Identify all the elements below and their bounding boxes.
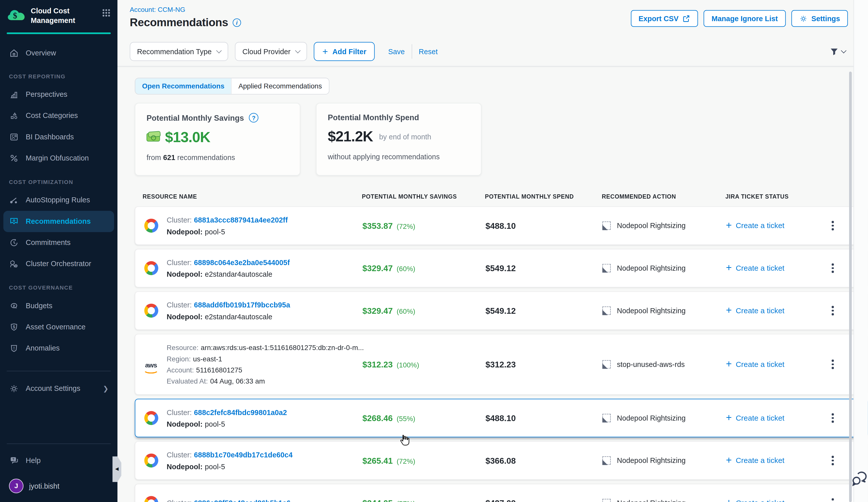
cloud-provider-icon — [144, 304, 158, 317]
save-filter-button[interactable]: Save — [388, 48, 405, 56]
sidebar-item-perspectives[interactable]: Perspectives — [3, 84, 114, 105]
tab-applied-recommendations[interactable]: Applied Recommendations — [231, 79, 329, 94]
sidebar-item-cluster-orchestrator[interactable]: Cluster Orchestrator — [3, 253, 114, 274]
resource-link[interactable]: 6881a3ccc887941a4ee202ff — [194, 216, 288, 224]
row-menu-kebab-icon[interactable] — [829, 411, 843, 425]
potential-monthly-savings-value: $353.87(72%) — [362, 220, 485, 231]
resource-line: Evaluated At:04 Aug, 06:33 am — [167, 376, 362, 387]
info-icon[interactable]: i — [232, 18, 241, 27]
section-cost-reporting: COST REPORTING — [0, 72, 117, 81]
resource-link[interactable]: 688add6fb019b17f9bccb95a — [194, 301, 290, 309]
potential-monthly-spend-value: $549.12 — [485, 306, 602, 315]
resource-name: Cluster:68898c064e3e2ba0e544005fNodepool… — [167, 256, 362, 280]
potential-monthly-savings-value: $265.41(72%) — [362, 456, 485, 466]
app-switcher-grid-icon[interactable] — [102, 8, 111, 19]
row-menu-kebab-icon[interactable] — [829, 261, 843, 275]
table-row[interactable]: Cluster:6888b1c70e49db17c1de60c4Nodepool… — [135, 441, 868, 480]
recommendations-list: Cluster:6881a3ccc887941a4ee202ffNodepool… — [135, 206, 868, 502]
sidebar-item-budgets[interactable]: Budgets — [3, 295, 114, 316]
plus-icon: + — [726, 263, 732, 273]
table-row[interactable]: Cluster:6886e92f59a48cad86b5b1c6 $244.05… — [135, 484, 868, 502]
table-row[interactable]: Cluster:6881a3ccc887941a4ee202ffNodepool… — [135, 206, 868, 245]
cloud-provider-icon — [144, 453, 158, 468]
sidebar-item-help[interactable]: Help — [3, 450, 114, 471]
plus-icon: + — [726, 498, 732, 502]
settings-button[interactable]: Settings — [791, 10, 848, 27]
resource-name: Cluster:6881a3ccc887941a4ee202ffNodepool… — [167, 214, 362, 237]
resource-name: Cluster:688add6fb019b17f9bccb95aNodepool… — [167, 299, 362, 322]
gear-icon — [799, 14, 807, 23]
main-content: Account: CCM-NG Recommendations i Export… — [117, 0, 868, 502]
create-ticket-button[interactable]: + Create a ticket — [726, 414, 784, 422]
recommendations-icon — [9, 216, 19, 226]
question-circle-icon[interactable]: ? — [249, 113, 259, 123]
sidebar-item-bi-dashboards[interactable]: BI Dashboards — [3, 126, 114, 147]
user-profile[interactable]: J jyoti.bisht — [3, 474, 114, 498]
row-menu-kebab-icon[interactable] — [829, 304, 843, 317]
add-filter-button[interactable]: + Add Filter — [314, 42, 375, 61]
potential-monthly-savings-card: Potential Monthly Savings ? $13.0K from … — [135, 103, 300, 175]
manage-ignore-list-button[interactable]: Manage Ignore List — [704, 10, 786, 27]
rightsizing-icon — [602, 457, 611, 465]
create-ticket-button[interactable]: + Create a ticket — [726, 221, 784, 230]
sidebar-item-account-settings[interactable]: Account Settings ❯ — [3, 378, 114, 399]
section-cost-governance: COST GOVERNANCE — [0, 283, 117, 293]
recommended-action: Nodepool Rightsizing — [602, 264, 726, 272]
plus-icon: + — [726, 455, 732, 465]
sidebar-item-overview[interactable]: Overview — [3, 42, 114, 63]
app-title: Cloud Cost Management — [31, 7, 97, 26]
sidebar-item-autostopping-rules[interactable]: AutoStopping Rules — [3, 189, 114, 211]
chevron-right-icon: ❯ — [103, 385, 108, 393]
recommended-action: Nodepool Rightsizing — [602, 306, 726, 315]
gear-icon — [9, 384, 19, 394]
sidebar-divider — [7, 443, 111, 444]
sidebar-item-asset-governance[interactable]: Asset Governance — [3, 316, 114, 338]
sidebar-item-cost-categories[interactable]: Cost Categories — [3, 105, 114, 126]
table-row[interactable]: Cluster:68898c064e3e2ba0e544005fNodepool… — [135, 249, 868, 287]
resource-link[interactable]: 68898c064e3e2ba0e544005f — [194, 258, 290, 266]
create-ticket-button[interactable]: + Create a ticket — [726, 264, 784, 273]
sidebar-item-recommendations[interactable]: Recommendations — [3, 211, 114, 232]
breadcrumb-account-link[interactable]: Account: CCM-NG — [130, 6, 185, 13]
tab-open-recommendations[interactable]: Open Recommendations — [135, 79, 231, 94]
table-row[interactable]: aws Resource:arn:aws:rds:us-east-1:51161… — [135, 334, 868, 395]
table-row[interactable]: Cluster:688c2fefc84fbdc99801a0a2Nodepool… — [135, 399, 868, 437]
resource-link[interactable]: 6888b1c70e49db17c1de60c4 — [194, 450, 293, 459]
create-ticket-button[interactable]: + Create a ticket — [726, 306, 784, 315]
col-potential-monthly-savings: POTENTIAL MONTHLY SAVINGS — [362, 193, 485, 200]
row-menu-kebab-icon[interactable] — [829, 358, 843, 371]
home-icon — [9, 48, 19, 58]
plus-icon: + — [726, 359, 732, 369]
create-ticket-button[interactable]: + Create a ticket — [726, 456, 784, 465]
resource-link[interactable]: 688c2fefc84fbdc99801a0a2 — [194, 408, 287, 416]
sidebar-header: $ Cloud Cost Management — [0, 0, 117, 30]
vertical-scrollbar[interactable] — [849, 72, 852, 502]
gcp-logo — [144, 453, 158, 468]
savings-note: from 621 recommendations — [146, 153, 289, 161]
potential-monthly-spend-value: $366.08 — [485, 456, 602, 466]
resource-line: Nodepool:pool-5 — [167, 418, 362, 430]
row-menu-kebab-icon[interactable] — [829, 453, 843, 467]
sidebar-item-commitments[interactable]: Commitments — [3, 232, 114, 253]
autostopping-icon — [9, 195, 19, 205]
sidebar-item-anomalies[interactable]: Anomalies — [3, 338, 114, 359]
sidebar-item-margin-obfuscation[interactable]: Margin Obfuscation — [3, 147, 114, 169]
filter-panel-toggle[interactable] — [829, 46, 846, 56]
reset-filter-button[interactable]: Reset — [418, 48, 437, 56]
create-ticket-button[interactable]: + Create a ticket — [726, 360, 784, 369]
row-menu-kebab-icon[interactable] — [829, 496, 843, 502]
gcp-logo — [144, 261, 158, 275]
create-ticket-button[interactable]: + Create a ticket — [726, 499, 784, 502]
resource-line: Cluster:688c2fefc84fbdc99801a0a2 — [167, 406, 362, 418]
shapes-icon — [9, 111, 19, 121]
card-title: Potential Monthly Savings — [146, 113, 244, 122]
cloud-provider-dropdown[interactable]: Cloud Provider — [235, 42, 307, 61]
recommendation-type-dropdown[interactable]: Recommendation Type — [130, 42, 229, 61]
row-menu-kebab-icon[interactable] — [829, 219, 843, 232]
export-csv-button[interactable]: Export CSV — [631, 10, 698, 27]
rightsizing-icon — [602, 221, 611, 230]
resource-link[interactable]: 6886e92f59a48cad86b5b1c6 — [194, 499, 291, 502]
chevron-left-icon: ◀ — [115, 467, 119, 471]
table-row[interactable]: Cluster:688add6fb019b17f9bccb95aNodepool… — [135, 291, 868, 330]
support-chat-icon[interactable] — [851, 471, 868, 489]
